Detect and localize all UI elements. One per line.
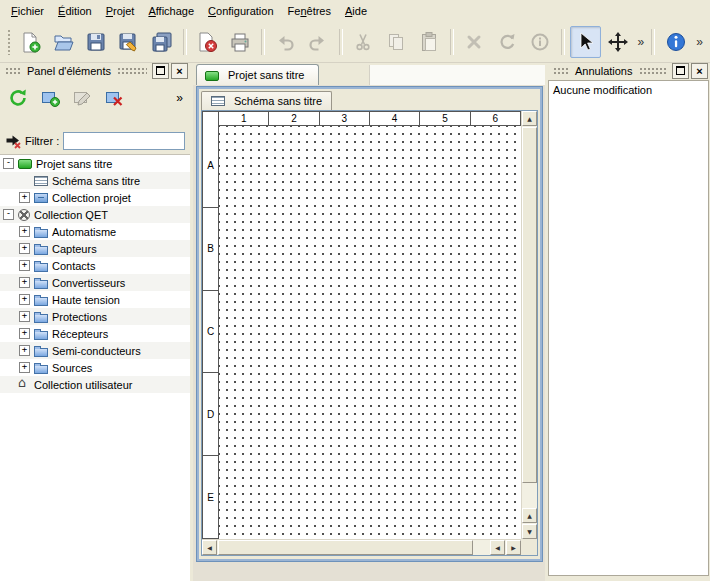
menu-projet[interactable]: Projet: [99, 2, 142, 20]
tab-projet-sans-titre[interactable]: Projet sans titre: [196, 64, 319, 85]
close-file-button[interactable]: [192, 26, 223, 58]
expander-icon[interactable]: +: [19, 226, 30, 237]
redo-icon: [307, 31, 329, 53]
float-dock-button[interactable]: [152, 63, 169, 79]
expander-icon[interactable]: -: [3, 209, 14, 220]
expander-icon[interactable]: +: [19, 311, 30, 322]
close-dock-button[interactable]: ×: [691, 63, 708, 79]
dock-grip[interactable]: [553, 67, 569, 74]
row-header: B: [202, 208, 219, 291]
tab-bar-empty-area: [369, 65, 545, 85]
filter-input[interactable]: [63, 132, 185, 150]
float-dock-button[interactable]: [672, 63, 689, 79]
tree-item-schema-sans-titre[interactable]: Schéma sans titre: [0, 172, 190, 189]
expander-icon[interactable]: +: [19, 345, 30, 356]
dock-grip[interactable]: [117, 67, 147, 74]
tree-item-protections[interactable]: + Protections: [0, 308, 190, 325]
tree-item-haute-tension[interactable]: + Haute tension: [0, 291, 190, 308]
redo-button[interactable]: [303, 26, 334, 58]
menu-aide[interactable]: Aide: [338, 2, 374, 20]
copy-icon: [385, 31, 407, 53]
tree-item-contacts[interactable]: + Contacts: [0, 257, 190, 274]
dock-grip[interactable]: [639, 67, 668, 74]
info-button[interactable]: [525, 26, 556, 58]
expander-icon[interactable]: +: [19, 260, 30, 271]
schema-canvas[interactable]: [219, 126, 521, 539]
tree-item-capteurs[interactable]: + Capteurs: [0, 240, 190, 257]
tree-item-label: Récepteurs: [52, 328, 108, 340]
undo-dock-titlebar[interactable]: Annulations ×: [548, 62, 710, 79]
paste-button[interactable]: [414, 26, 445, 58]
menu-affichage[interactable]: Affichage: [141, 2, 201, 20]
vertical-scroll-thumb[interactable]: [522, 127, 537, 483]
tree-item-recepteurs[interactable]: + Récepteurs: [0, 325, 190, 342]
scrollbar-corner: [521, 539, 537, 555]
expander-icon[interactable]: +: [19, 277, 30, 288]
undo-history-list[interactable]: Aucune modification: [548, 80, 709, 576]
dock-grip[interactable]: [5, 67, 21, 74]
undo-button[interactable]: [270, 26, 301, 58]
tree-item-automatisme[interactable]: + Automatisme: [0, 223, 190, 240]
about-button[interactable]: [660, 26, 692, 58]
save-all-button[interactable]: [147, 26, 178, 58]
new-file-button[interactable]: [15, 26, 46, 58]
tree-item-convertisseurs[interactable]: + Convertisseurs: [0, 274, 190, 291]
tab-schema-sans-titre[interactable]: Schéma sans titre: [201, 91, 332, 110]
save-as-button[interactable]: [114, 26, 145, 58]
scroll-up-button-2[interactable]: ▲: [522, 508, 537, 523]
tree-item-label: Collection utilisateur: [34, 379, 132, 391]
toolbar-overflow-chevron[interactable]: »: [693, 35, 706, 49]
elements-tree[interactable]: - Projet sans titre Schéma sans titre + …: [0, 154, 190, 581]
tree-item-sources[interactable]: + Sources: [0, 359, 190, 376]
schema-tab-label: Schéma sans titre: [234, 95, 322, 107]
panel-toolbar-overflow-chevron[interactable]: »: [172, 91, 187, 105]
print-button[interactable]: [225, 26, 256, 58]
tree-item-label: Contacts: [52, 260, 95, 272]
toolbar-grip[interactable]: [7, 29, 11, 55]
menu-fenetres[interactable]: Fenêtres: [281, 2, 338, 20]
new-element-icon: [39, 87, 61, 109]
edit-element-button[interactable]: [67, 83, 97, 113]
horizontal-scroll-thumb[interactable]: [218, 540, 473, 555]
reload-collections-button[interactable]: [3, 83, 33, 113]
expander-icon[interactable]: +: [19, 328, 30, 339]
cut-button[interactable]: [348, 26, 379, 58]
expander-icon[interactable]: +: [19, 243, 30, 254]
toolbar-separator: [561, 29, 565, 55]
delete-button[interactable]: [459, 26, 490, 58]
menu-edition[interactable]: Édition: [51, 2, 99, 20]
scroll-left-button[interactable]: ◀: [202, 540, 217, 555]
scroll-left-button-2[interactable]: ◀: [490, 540, 505, 555]
clear-filter-icon[interactable]: [5, 133, 21, 149]
expander-icon[interactable]: +: [19, 294, 30, 305]
tree-item-collection-projet[interactable]: + Collection projet: [0, 189, 190, 206]
save-button[interactable]: [81, 26, 112, 58]
scroll-right-button[interactable]: ▶: [506, 540, 521, 555]
expander-icon[interactable]: +: [19, 362, 30, 373]
elements-panel-titlebar[interactable]: Panel d'éléments ×: [0, 62, 190, 79]
tree-item-projet-sans-titre[interactable]: - Projet sans titre: [0, 155, 190, 172]
move-tool-button[interactable]: [603, 26, 634, 58]
expander-icon[interactable]: -: [3, 158, 14, 169]
toolbar-overflow-chevron[interactable]: »: [635, 35, 648, 49]
menu-configuration[interactable]: Configuration: [201, 2, 280, 20]
delete-element-button[interactable]: [99, 83, 129, 113]
close-dock-button[interactable]: ×: [171, 63, 188, 79]
expander-icon[interactable]: +: [19, 192, 30, 203]
vertical-scrollbar[interactable]: ▲ ▲ ▼: [521, 111, 537, 539]
schema-icon: [211, 96, 225, 106]
menu-fichier[interactable]: Fichier: [4, 2, 51, 20]
open-button[interactable]: [48, 26, 79, 58]
tree-item-collection-qet[interactable]: - Collection QET: [0, 206, 190, 223]
scroll-down-button[interactable]: ▼: [522, 524, 537, 539]
schema-child-window[interactable]: Schéma sans titre 1 2 3 4 5 6: [197, 87, 542, 561]
tree-item-collection-utilisateur[interactable]: Collection utilisateur: [0, 376, 190, 393]
scroll-up-button[interactable]: ▲: [522, 111, 537, 126]
rotate-button[interactable]: [492, 26, 523, 58]
row-header: E: [202, 456, 219, 539]
new-element-button[interactable]: [35, 83, 65, 113]
tree-item-semi-conducteurs[interactable]: + Semi-conducteurs: [0, 342, 190, 359]
horizontal-scrollbar[interactable]: ◀ ◀ ▶: [202, 539, 521, 555]
select-tool-button[interactable]: [570, 26, 601, 58]
copy-button[interactable]: [381, 26, 412, 58]
